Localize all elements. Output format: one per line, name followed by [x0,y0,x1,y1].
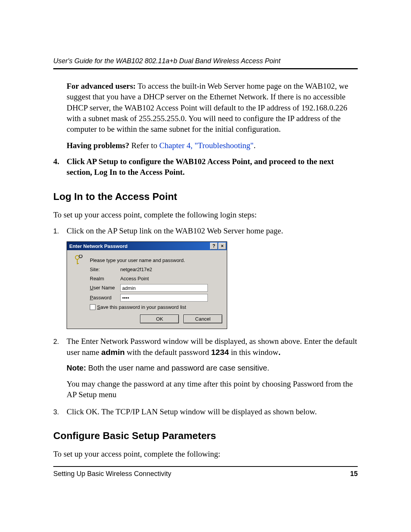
step2-user: admin [101,348,125,356]
section-configure-heading: Configure Basic Setup Parameters [53,430,358,442]
dialog-body: Please type your user name and password.… [67,250,227,329]
section-configure-intro: To set up your access point, complete th… [53,449,358,459]
step2b-text: You may change the password at any time … [67,379,358,400]
continued-list: Click AP Setup to configure the WAB102 A… [53,156,358,178]
enter-network-password-dialog: Enter Network Password ? × [67,241,227,329]
login-step-3: Click OK. The TCP/IP LAN Setup window wi… [53,406,358,417]
problems-trail: . [253,141,255,150]
username-input[interactable] [120,284,208,292]
svg-point-3 [79,255,82,258]
close-icon[interactable]: × [218,243,226,249]
problems-text: Refer to [129,141,159,150]
login-step-3-text: Click OK. The TCP/IP LAN Setup window wi… [67,406,358,417]
problems-label: Having problems? [67,141,129,150]
divider-bottom [53,466,358,467]
section-login-intro: To set up your access point, complete th… [53,209,358,220]
step2-mid: with the default password [125,348,211,357]
advanced-label: For advanced users: [67,81,136,91]
realm-label: Realm [90,275,120,282]
password-label: Password [90,294,120,301]
step2-trail: . [279,348,281,356]
divider-top [53,68,358,69]
realm-value: Access Point [120,275,149,282]
login-step-1-text: Click on the AP Setup link on the WAB102… [67,225,358,236]
section-login-heading: Log In to the Access Point [53,191,358,203]
step2-post: in this window [229,348,278,357]
login-step-2: The Enter Network Password window will b… [53,336,358,400]
step-4-text: Click AP Setup to configure the WAB102 A… [67,157,334,177]
help-icon[interactable]: ? [210,243,218,249]
advanced-users-block: For advanced users: To access the built-… [53,81,358,151]
password-input[interactable] [120,294,208,302]
cancel-button[interactable]: Cancel [183,315,222,324]
save-password-label: Save this password in your password list [97,304,186,311]
footer-left: Setting Up Basic Wireless Connectivity [53,470,171,478]
step-4: Click AP Setup to configure the WAB102 A… [53,156,358,178]
ok-button[interactable]: OK [140,315,179,324]
site-value: netgear2f17e2 [120,266,152,273]
dialog-title: Enter Network Password [69,243,209,250]
dialog-prompt: Please type your user name and password. [90,257,185,264]
troubleshooting-link[interactable]: Chapter 4, "Troubleshooting" [159,141,253,150]
svg-point-0 [75,256,79,259]
username-label: User Name [90,284,120,291]
keys-icon [73,255,86,323]
note-label: Note: [67,364,86,372]
step2-pass: 1234 [211,348,229,356]
save-password-checkbox[interactable] [90,304,96,310]
note-text: Both the user name and password are case… [86,364,269,372]
login-steps-list: Click on the AP Setup link on the WAB102… [53,225,358,417]
login-step-1: Click on the AP Setup link on the WAB102… [53,225,358,329]
dialog-titlebar: Enter Network Password ? × [67,242,227,250]
site-label: Site: [90,266,120,273]
svg-rect-2 [77,263,79,264]
document-header: User's Guide for the WAB102 802.11a+b Du… [53,57,358,65]
page-number: 15 [350,470,358,478]
page-footer: Setting Up Basic Wireless Connectivity 1… [53,470,358,478]
page: User's Guide for the WAB102 802.11a+b Du… [0,0,411,532]
